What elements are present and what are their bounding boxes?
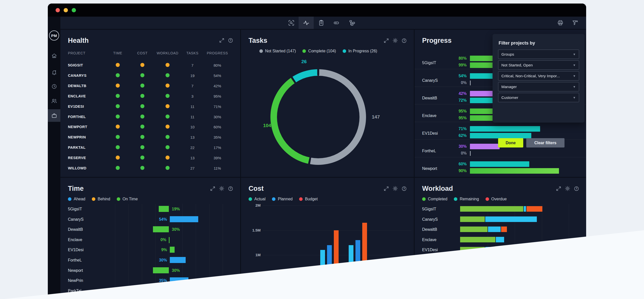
sidebar-item-users[interactable] <box>48 95 60 107</box>
sidebar-item-bell[interactable] <box>48 66 60 79</box>
project-name[interactable]: DewaltB <box>422 96 437 100</box>
toolbar-workflow-button[interactable] <box>345 17 360 29</box>
help-icon[interactable]: ? <box>228 186 233 191</box>
toolbar-card-button[interactable] <box>329 17 344 29</box>
progress-percent: 71% <box>452 127 467 131</box>
toolbar-clipboard-button[interactable] <box>314 17 329 29</box>
time-status-dot <box>116 145 120 149</box>
expand-icon[interactable] <box>556 186 561 191</box>
help-icon[interactable]: ? <box>228 38 233 43</box>
toolbar-scan-search-button[interactable] <box>284 17 299 29</box>
project-name[interactable]: EV1Desi <box>68 248 84 252</box>
legend-item[interactable]: Not Started (147) <box>259 49 296 53</box>
close-window-button[interactable] <box>56 8 60 12</box>
tasks-legend: Not Started (147) Complete (104) In Prog… <box>241 49 395 53</box>
clear-filters-button[interactable]: Clear filters <box>526 138 565 147</box>
filter-dropdown[interactable]: Critical, Non-Critical, Very Impor... ▼ <box>498 71 579 81</box>
project-name[interactable]: NewPrin <box>68 278 83 283</box>
project-name[interactable]: CANARYS <box>68 73 87 78</box>
project-name[interactable]: 5GigsIT <box>422 61 436 65</box>
project-name[interactable]: EV1DESI <box>68 104 84 108</box>
project-name[interactable]: NEWPRIN <box>68 135 86 139</box>
project-name[interactable]: DEWALTB <box>68 84 86 88</box>
health-panel: Health ? PROJECTTIMECOSTWORKLOADTASKSPRO… <box>60 30 240 177</box>
project-name[interactable]: DewaltB <box>68 227 83 232</box>
project-name[interactable]: Enclave <box>422 238 436 242</box>
project-name[interactable]: FortheL <box>68 258 82 263</box>
legend-item[interactable]: In Progress (26) <box>343 49 377 53</box>
legend-label: Planned <box>278 197 293 201</box>
legend-item[interactable]: Ahead <box>68 197 85 201</box>
done-button[interactable]: Done <box>498 138 523 147</box>
project-name[interactable]: CanaryS <box>422 217 438 222</box>
legend-item[interactable]: Actual <box>249 197 265 201</box>
project-name[interactable]: PARKTAL <box>68 145 86 150</box>
toolbar-filter-clear-button[interactable] <box>569 17 581 29</box>
legend-item[interactable]: Budget <box>299 197 318 201</box>
help-icon[interactable]: ? <box>574 186 579 191</box>
filter-dropdown[interactable]: Groups ▼ <box>498 50 579 59</box>
tasks-count: 27 <box>185 166 200 170</box>
project-name[interactable]: 5GIGSIT <box>68 63 83 67</box>
progress-value: 71% <box>210 104 225 109</box>
project-name[interactable]: 5GigsIT <box>68 207 82 211</box>
progress-percent: 0% <box>452 81 467 85</box>
svg-text:?: ? <box>230 39 231 42</box>
project-name[interactable]: CanaryS <box>68 217 84 222</box>
filter-dropdown[interactable]: Customer ▼ <box>498 93 579 102</box>
project-name[interactable]: EV1Desi <box>422 131 438 136</box>
legend-item[interactable]: Completed <box>422 197 447 201</box>
toolbar-activity-button[interactable] <box>299 17 314 29</box>
donut-value-label: 104 <box>263 123 271 128</box>
expand-icon[interactable] <box>384 38 389 43</box>
maximize-window-button[interactable] <box>72 8 76 12</box>
sidebar-item-clock[interactable] <box>48 80 60 93</box>
workflow-icon <box>349 20 355 26</box>
column-header: PROJECT <box>68 51 86 55</box>
expand-icon[interactable] <box>210 186 215 191</box>
svg-text:?: ? <box>403 39 405 42</box>
legend-item[interactable]: Overdue <box>486 197 507 201</box>
project-name[interactable]: CanaryS <box>422 78 438 83</box>
project-name[interactable]: Newport <box>422 166 437 171</box>
legend-item[interactable]: On Time <box>117 197 138 201</box>
project-name[interactable]: Enclave <box>422 114 436 118</box>
project-name[interactable]: FortheL <box>422 149 436 153</box>
gear-icon[interactable] <box>392 186 398 191</box>
project-name[interactable]: ENCLAVE <box>68 94 86 98</box>
filter-dropdown[interactable]: Not Started, Open ▼ <box>498 60 579 70</box>
help-icon[interactable]: ? <box>401 38 407 43</box>
legend-item[interactable]: Remaining <box>454 197 479 201</box>
dropdown-value: Groups <box>501 52 514 57</box>
gear-icon[interactable] <box>565 186 570 191</box>
gear-icon[interactable] <box>392 38 398 43</box>
donut-value-label: 147 <box>372 114 380 120</box>
project-name[interactable]: RESERVE <box>68 156 86 160</box>
project-name[interactable]: Newport <box>68 268 83 273</box>
filter-dropdown[interactable]: Manager ▼ <box>498 82 579 91</box>
project-name[interactable]: WILLOWD <box>68 166 87 170</box>
gear-icon[interactable] <box>219 186 224 191</box>
legend-item[interactable]: Complete (104) <box>302 49 336 53</box>
project-name[interactable]: EV1Desi <box>422 248 438 252</box>
toolbar-search-button[interactable] <box>584 17 596 29</box>
minimize-window-button[interactable] <box>64 8 68 12</box>
tasks-count: 7 <box>185 84 200 88</box>
sidebar-item-briefcase[interactable] <box>48 109 60 122</box>
expand-icon[interactable] <box>219 38 224 43</box>
time-bar <box>153 267 169 273</box>
legend-item[interactable]: Behind <box>92 197 110 201</box>
expand-icon[interactable] <box>384 186 389 191</box>
legend-item[interactable]: Planned <box>272 197 293 201</box>
project-name[interactable]: 5GigsIT <box>422 207 436 211</box>
toolbar-printer-button[interactable] <box>554 17 567 29</box>
app-logo[interactable]: PM <box>49 30 59 41</box>
dropdown-value: Manager <box>501 85 517 89</box>
sidebar-item-home[interactable] <box>48 49 60 62</box>
project-name[interactable]: NEWPORT <box>68 125 87 129</box>
legend-label: Behind <box>98 197 110 201</box>
help-icon[interactable]: ? <box>401 186 407 191</box>
project-name[interactable]: DewaltB <box>422 227 437 232</box>
project-name[interactable]: Enclave <box>68 238 82 242</box>
project-name[interactable]: FORTHEL <box>68 115 86 119</box>
